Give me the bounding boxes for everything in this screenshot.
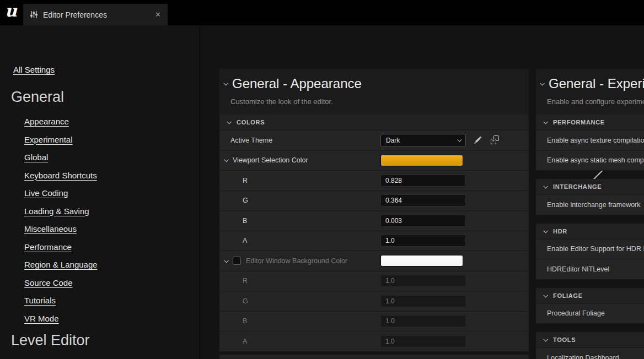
window-titlebar: u Editor Preferences ✕ [0,0,644,25]
category-colors[interactable]: COLORS [219,115,529,130]
sidebar-item-loading-saving[interactable]: Loading & Saving [24,203,98,221]
sidebar-item-region-language[interactable]: Region & Language [24,256,98,274]
edit-theme-icon[interactable] [474,136,482,144]
panel-title: General - Appearance [232,76,362,91]
sidebar-item-appearance[interactable]: Appearance [24,113,98,131]
section-tools: TOOLS Localization Dashboard [536,332,644,359]
category-foliage[interactable]: FOLIAGE [536,288,644,304]
category-interchange[interactable]: INTERCHANGE [536,179,644,195]
sidebar-item-vr-mode[interactable]: VR Mode [24,310,98,328]
row-channel-r: R [219,171,529,191]
row-channel-a-disabled: A [219,331,529,352]
active-theme-dropdown[interactable]: Dark [380,134,466,147]
tab-close-icon[interactable]: ✕ [155,10,161,19]
tab-editor-preferences[interactable]: Editor Preferences ✕ [23,4,168,25]
sliders-icon [30,10,38,19]
editor-window-bg-label: Editor Window Background Color [246,257,347,265]
channel-b-input[interactable] [380,315,466,327]
channel-r-input[interactable] [380,275,466,287]
setting-label: HDREditor NITLevel [547,265,609,273]
category-performance[interactable]: PERFORMANCE [536,115,644,130]
panel-general-appearance: General - Appearance Customize the look … [219,69,529,359]
section-interchange: INTERCHANGE Enable interchange framework [536,179,644,215]
setting-label: Localization Dashboard [547,354,619,359]
panel-title: General - Experimental [549,76,644,91]
sidebar-section-general: General [11,89,64,106]
section-performance: PERFORMANCE Enable async texture compila… [536,115,644,171]
setting-row: Enable async texture compilation and loa… [536,130,644,151]
duplicate-theme-icon[interactable] [490,135,500,145]
row-channel-g-disabled: G [219,291,529,312]
setting-row: Enable interchange framework [536,195,644,215]
tab-title: Editor Preferences [43,10,107,19]
channel-r-label: R [243,277,248,285]
viewport-selection-color-label: Viewport Selection Color [233,156,308,164]
setting-row: Enable Editor Support for HDR Monitors [536,240,644,260]
collapse-chevron-icon[interactable] [223,81,228,85]
sidebar-item-performance[interactable]: Performance [24,238,98,257]
chevron-down-icon [543,293,548,297]
editor-window-bg-checkbox[interactable] [233,257,241,265]
sidebar-list-general: Appearance Experimental Global Keyboard … [24,113,98,328]
sidebar-item-tutorials[interactable]: Tutorials [24,292,98,310]
chevron-down-icon [543,119,548,124]
setting-row: Procedural Foliage [536,304,644,324]
setting-label: Procedural Foliage [547,309,605,317]
panel-subtitle: Enable and configure experimental editor… [547,97,644,106]
channel-g-input[interactable] [380,194,466,206]
sidebar-list-level-editor: Miscellaneous Play [24,356,77,359]
channel-g-label: G [243,197,248,204]
chevron-down-icon [543,229,548,233]
sidebar-item-experimental[interactable]: Experimental [24,131,98,149]
sidebar-item-miscellaneous[interactable]: Miscellaneous [24,220,98,238]
row-channel-r-disabled: R [219,271,529,292]
channel-r-input[interactable] [380,175,466,187]
channel-g-input[interactable] [380,295,466,307]
section-hdr: HDR Enable Editor Support for HDR Monito… [536,224,644,280]
chevron-down-icon [543,337,548,341]
row-viewport-selection-color: Viewport Selection Color [219,151,529,171]
category-tools[interactable]: TOOLS [536,332,644,348]
setting-row: Localization Dashboard [536,348,644,359]
channel-a-input[interactable] [380,235,466,247]
active-theme-label: Active Theme [230,137,272,144]
collapse-chevron-icon[interactable] [540,81,544,85]
unreal-engine-logo-icon: u [5,1,17,20]
channel-r-label: R [243,177,248,184]
chevron-down-icon [227,119,231,124]
sidebar-item-live-coding[interactable]: Live Coding [24,184,98,203]
channel-b-input[interactable] [380,215,466,227]
settings-sidebar: All Settings General Appearance Experime… [0,25,200,359]
sidebar-section-level-editor: Level Editor [11,332,90,349]
row-channel-b: B [219,211,529,231]
sidebar-item-source-code[interactable]: Source Code [24,274,98,292]
viewport-selection-color-swatch[interactable] [380,155,463,166]
setting-label: Enable async static mesh compilation and… [547,156,644,164]
editor-window-bg-swatch[interactable] [380,255,463,266]
setting-label: Enable Editor Support for HDR Monitors [547,245,644,253]
category-hdr[interactable]: HDR [536,224,644,240]
chevron-down-icon [543,184,548,188]
chevron-down-icon [457,137,461,142]
row-editor-window-background-color: Editor Window Background Color [219,251,529,271]
sidebar-item-global[interactable]: Global [24,149,98,167]
setting-label: Enable async texture compilation and loa… [547,137,644,144]
expand-chevron-icon[interactable] [224,157,228,162]
channel-a-label: A [243,237,247,244]
setting-row: HDREditor NITLevel [536,259,644,280]
row-active-theme: Active Theme Dark [219,130,529,151]
channel-g-label: G [243,297,248,305]
panel-header: General - Experimental Enable and config… [536,69,644,115]
row-channel-g: G [219,191,529,211]
channel-a-label: A [243,338,247,345]
channel-a-input[interactable] [380,335,466,347]
setting-label: Enable interchange framework [547,201,641,209]
sidebar-item-le-miscellaneous[interactable]: Miscellaneous [24,356,77,359]
panel-header: General - Appearance Customize the look … [219,69,529,115]
row-channel-b-disabled: B [219,312,529,332]
row-channel-a: A [219,231,529,252]
all-settings-link[interactable]: All Settings [13,65,55,74]
expand-chevron-icon[interactable] [224,258,228,263]
sidebar-item-keyboard-shortcuts[interactable]: Keyboard Shortcuts [24,167,98,185]
channel-b-label: B [243,317,247,325]
